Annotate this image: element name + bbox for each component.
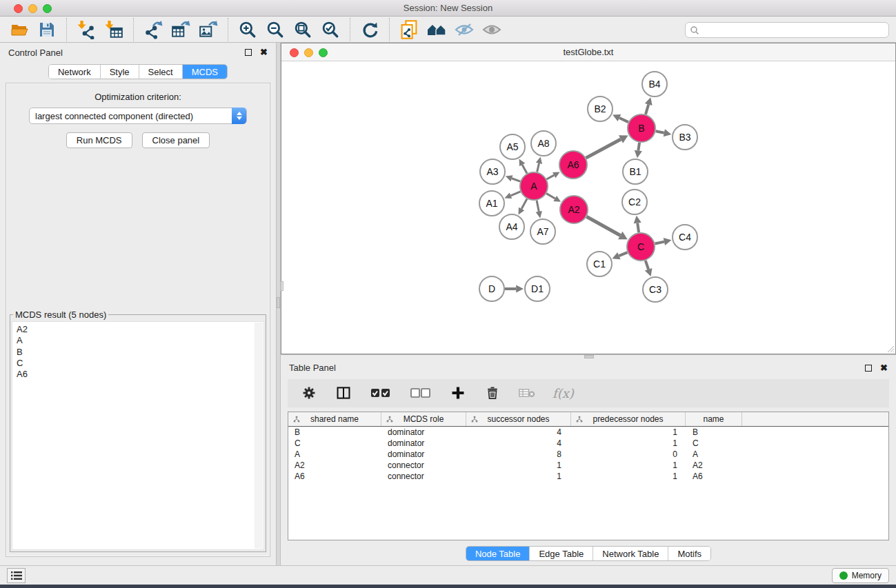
network-window-titlebar[interactable]: testGlobe.txt: [281, 43, 895, 61]
table-row[interactable]: C dominator 4 1 C: [288, 438, 888, 449]
zoom-fit-button[interactable]: [289, 18, 317, 41]
network-canvas[interactable]: AA1A2A3A4A5A6A7A8BB1B2B3B4CC1C2C3C4DD1: [282, 62, 895, 353]
horizontal-splitter[interactable]: [281, 354, 896, 358]
table-settings-button[interactable]: [300, 384, 318, 402]
graph-node-A7[interactable]: A7: [530, 219, 555, 244]
graph-node-A[interactable]: A: [520, 172, 548, 200]
graph-edge-A-A2[interactable]: [546, 194, 555, 199]
graph-node-C2[interactable]: C2: [622, 190, 647, 214]
export-table-button[interactable]: [167, 18, 195, 41]
graph-edge-A2-C[interactable]: [586, 216, 620, 235]
maximize-view-button[interactable]: [319, 48, 328, 57]
graph-node-C4[interactable]: C4: [673, 225, 697, 250]
graph-node-B[interactable]: B: [628, 114, 655, 142]
column-header-name[interactable]: name: [686, 412, 742, 426]
graph-node-A6[interactable]: A6: [559, 151, 587, 179]
tab-edge-table[interactable]: Edge Table: [530, 547, 593, 560]
graph-node-C1[interactable]: C1: [587, 252, 612, 276]
float-table-panel-button[interactable]: [865, 365, 872, 372]
search-input[interactable]: [699, 26, 884, 35]
graph-node-B1[interactable]: B1: [623, 159, 648, 184]
run-mcds-button[interactable]: Run MCDS: [66, 132, 132, 148]
show-task-history-button[interactable]: [7, 568, 26, 583]
export-network-button[interactable]: [139, 18, 167, 41]
graph-edge-A-A5[interactable]: [522, 165, 527, 174]
graph-node-B4[interactable]: B4: [642, 72, 667, 97]
node-table[interactable]: shared name MCDS role successor nodes pr…: [288, 412, 889, 540]
tab-select[interactable]: Select: [139, 65, 183, 79]
close-window-button[interactable]: [14, 4, 23, 13]
first-neighbors-button[interactable]: [423, 18, 450, 41]
import-table-button[interactable]: [100, 18, 128, 41]
close-panel-button-2[interactable]: Close panel: [142, 132, 210, 148]
table-row[interactable]: B dominator 4 1 B: [288, 427, 888, 438]
graph-edge-A-A8[interactable]: [537, 163, 539, 172]
toggle-panel-mode-button[interactable]: [335, 384, 352, 402]
graph-node-D1[interactable]: D1: [525, 276, 550, 301]
result-item[interactable]: B: [17, 347, 263, 358]
show-all-button[interactable]: [478, 18, 506, 41]
column-header-predecessor-nodes[interactable]: predecessor nodes: [571, 412, 686, 426]
graph-edge-A-A7[interactable]: [537, 201, 539, 212]
graph-edge-A-A6[interactable]: [546, 175, 554, 179]
graph-edge-C-C1[interactable]: [619, 252, 627, 256]
graph-edge-B-B2[interactable]: [619, 118, 628, 122]
graph-node-A8[interactable]: A8: [531, 131, 556, 156]
new-network-from-selection-button[interactable]: [395, 18, 423, 41]
graph-edge-C-C2[interactable]: [637, 223, 639, 233]
hide-selected-button[interactable]: [450, 18, 478, 41]
result-item[interactable]: A6: [17, 369, 263, 380]
graph-edge-A6-B[interactable]: [586, 139, 621, 158]
table-row[interactable]: A dominator 8 0 A: [288, 449, 888, 460]
graph-node-B3[interactable]: B3: [673, 125, 697, 150]
column-header-successor-nodes[interactable]: successor nodes: [466, 412, 571, 426]
graph-node-A2[interactable]: A2: [560, 196, 588, 223]
refresh-button[interactable]: [356, 18, 384, 41]
column-header-mcds-role[interactable]: MCDS role: [381, 412, 466, 426]
delete-table-button[interactable]: [518, 384, 536, 402]
tab-network-table[interactable]: Network Table: [593, 547, 668, 560]
tab-network[interactable]: Network: [49, 65, 101, 79]
minimize-view-button[interactable]: [304, 48, 313, 57]
splitter-grip[interactable]: [277, 297, 280, 308]
delete-column-button[interactable]: [484, 384, 501, 402]
close-panel-button[interactable]: ✖: [260, 49, 268, 56]
graph-node-D[interactable]: D: [479, 276, 504, 301]
table-row[interactable]: A2 connector 1 1 A2: [288, 460, 888, 471]
create-column-button[interactable]: [449, 384, 467, 402]
tab-style[interactable]: Style: [101, 65, 139, 79]
show-all-columns-button[interactable]: [369, 384, 392, 402]
open-session-button[interactable]: [6, 18, 33, 41]
graph-edge-B-B3[interactable]: [656, 131, 664, 133]
maximize-window-button[interactable]: [43, 4, 52, 13]
graph-node-A1[interactable]: A1: [479, 191, 504, 216]
graph-node-A3[interactable]: A3: [480, 159, 505, 184]
close-view-button[interactable]: [290, 48, 299, 57]
graph-node-A4[interactable]: A4: [499, 214, 524, 239]
graph-edge-A-A3[interactable]: [512, 179, 520, 181]
hide-all-columns-button[interactable]: [409, 384, 432, 402]
result-scrollbar[interactable]: [255, 323, 263, 549]
splitter-grip[interactable]: [584, 355, 594, 358]
zoom-in-button[interactable]: [234, 18, 261, 41]
column-header-shared-name[interactable]: shared name: [288, 412, 381, 426]
vertical-splitter[interactable]: [276, 43, 281, 565]
result-item[interactable]: A: [17, 335, 263, 346]
graph-edge-C-C4[interactable]: [655, 242, 664, 244]
float-panel-button[interactable]: [245, 49, 252, 56]
graph-edge-C-C3[interactable]: [646, 261, 648, 270]
table-row[interactable]: A6 connector 1 1 A6: [288, 471, 888, 482]
result-item[interactable]: A2: [17, 324, 263, 335]
view-edge-grip[interactable]: [281, 281, 283, 291]
save-session-button[interactable]: [33, 18, 61, 41]
zoom-selected-button[interactable]: [317, 18, 344, 41]
tab-node-table[interactable]: Node Table: [466, 547, 530, 560]
graph-edge-B-B4[interactable]: [646, 105, 648, 114]
graph-node-C3[interactable]: C3: [643, 277, 668, 302]
mcds-result-list[interactable]: A2 A B C A6: [12, 321, 264, 550]
result-item[interactable]: C: [17, 358, 263, 369]
import-network-button[interactable]: [72, 18, 100, 41]
graph-node-C[interactable]: C: [627, 233, 655, 261]
network-graph[interactable]: AA1A2A3A4A5A6A7A8BB1B2B3B4CC1C2C3C4DD1: [282, 62, 895, 353]
resize-grip-icon[interactable]: [886, 344, 895, 353]
